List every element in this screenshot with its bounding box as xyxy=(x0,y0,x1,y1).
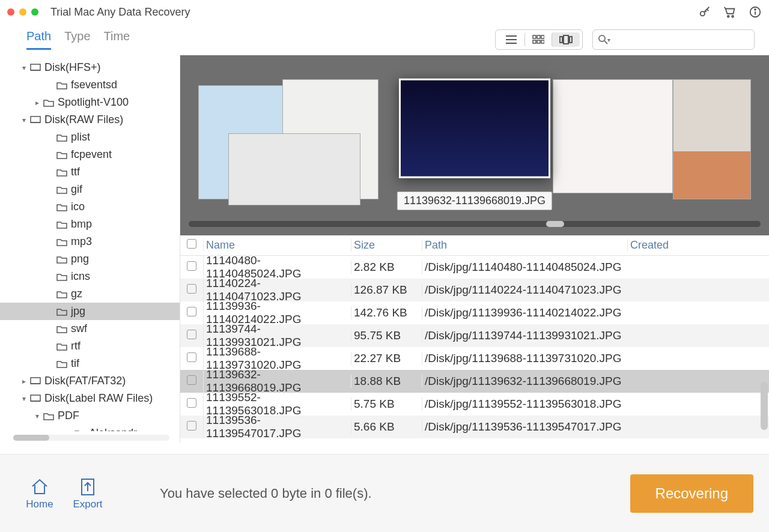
cell-path: /Disk/jpg/11140224-11140471023.JPG xyxy=(422,283,627,297)
minimize-window[interactable] xyxy=(19,8,26,16)
select-all-checkbox[interactable] xyxy=(187,239,196,249)
export-button[interactable]: Export xyxy=(64,477,112,510)
coverflow-current[interactable] xyxy=(399,79,550,178)
tree-label: plist xyxy=(71,131,90,144)
home-button[interactable]: Home xyxy=(16,477,64,510)
key-icon[interactable] xyxy=(698,5,711,19)
cell-path: /Disk/jpg/11139536-11139547017.JPG xyxy=(422,420,627,434)
tree-label: gz xyxy=(71,288,82,300)
row-checkbox[interactable] xyxy=(187,261,196,271)
table-row[interactable]: 11139632-11139668019.JPG18.88 KB/Disk/jp… xyxy=(180,370,769,393)
table-row[interactable]: 11139744-11139931021.JPG95.75 KB/Disk/jp… xyxy=(180,324,769,347)
recover-button[interactable]: Recovering xyxy=(630,474,753,513)
tree-fseventsd[interactable]: fseventsd xyxy=(0,76,180,94)
cell-size: 2.82 KB xyxy=(351,261,422,274)
coverflow-filename: 11139632-11139668019.JPG xyxy=(397,192,552,210)
tree-fcpevent[interactable]: fcpevent xyxy=(0,146,180,163)
tree-mp3[interactable]: mp3 xyxy=(0,233,180,250)
table-row[interactable]: 11140480-11140485024.JPG2.82 KB/Disk/jpg… xyxy=(180,256,769,279)
tree-label: fcpevent xyxy=(71,148,112,161)
tree-tif[interactable]: tif xyxy=(0,355,180,372)
svg-rect-22 xyxy=(31,116,40,122)
row-checkbox[interactable] xyxy=(187,375,196,385)
column-size[interactable]: Size xyxy=(351,239,422,252)
row-checkbox[interactable] xyxy=(187,307,196,316)
tree-ttf[interactable]: ttf xyxy=(0,163,180,181)
cart-icon[interactable] xyxy=(723,5,737,19)
tree-gif[interactable]: gif xyxy=(0,181,180,198)
cell-path: /Disk/jpg/11140480-11140485024.JPG xyxy=(422,261,627,274)
table-row[interactable]: 11139552-11139563018.JPG5.75 KB/Disk/jpg… xyxy=(180,393,769,416)
coverflow-preview: 11139632-11139668019.JPG xyxy=(180,55,769,235)
app-title: Trial Mac Any Data Recovery xyxy=(50,6,698,19)
svg-rect-10 xyxy=(537,35,540,38)
table-row[interactable]: 11139536-11139547017.JPG5.66 KB/Disk/jpg… xyxy=(180,416,769,438)
coverflow-scrollbar[interactable] xyxy=(189,221,761,227)
tree-icns[interactable]: icns xyxy=(0,268,180,285)
tree-disk-fat[interactable]: ▸Disk(FAT/FAT32) xyxy=(0,372,180,390)
close-window[interactable] xyxy=(7,8,14,16)
tree-label: jpg xyxy=(71,305,85,318)
tree-jpg[interactable]: jpg xyxy=(0,303,180,320)
cell-path: /Disk/jpg/11139936-11140214022.JPG xyxy=(422,306,627,319)
row-checkbox[interactable] xyxy=(187,421,196,431)
tree-pdf[interactable]: ▾PDF xyxy=(0,407,180,425)
tree-rtf[interactable]: rtf xyxy=(0,337,180,355)
table-row[interactable]: 11140224-11140471023.JPG126.87 KB/Disk/j… xyxy=(180,279,769,301)
tree-plist[interactable]: plist xyxy=(0,128,180,146)
view-toolbar: Path Type Time ▾ xyxy=(0,24,769,55)
row-checkbox[interactable] xyxy=(187,398,196,408)
tree-gz[interactable]: gz xyxy=(0,285,180,303)
file-table-body: 11140480-11140485024.JPG2.82 KB/Disk/jpg… xyxy=(180,256,769,438)
tree-label: ttf xyxy=(71,166,80,178)
tree-swf[interactable]: swf xyxy=(0,320,180,337)
tree-disk-hfs[interactable]: ▾ Disk(HFS+) xyxy=(0,59,180,76)
tree-disk-raw[interactable]: ▾ Disk(RAW Files) xyxy=(0,111,180,128)
coverflow-thumb[interactable] xyxy=(228,133,360,205)
cell-size: 126.87 KB xyxy=(351,283,422,297)
column-name[interactable]: Name xyxy=(203,239,351,252)
svg-rect-13 xyxy=(537,40,540,43)
tab-type[interactable]: Type xyxy=(64,29,90,50)
sidebar-scrollbar[interactable] xyxy=(13,435,169,441)
tree-label: mp3 xyxy=(71,235,92,248)
tab-path[interactable]: Path xyxy=(26,29,51,50)
tree-png[interactable]: png xyxy=(0,250,180,268)
tree-spotlight[interactable]: ▸ Spotlight-V100 xyxy=(0,94,180,111)
export-label: Export xyxy=(73,498,102,510)
list-view-icon[interactable] xyxy=(498,32,524,47)
grid-view-icon[interactable] xyxy=(524,32,552,47)
cell-path: /Disk/jpg/11139744-11139931021.JPG xyxy=(422,329,627,342)
table-row[interactable]: 11139688-11139731020.JPG22.27 KB/Disk/jp… xyxy=(180,347,769,370)
tree-aleksandr[interactable]: Aleksandr xyxy=(0,425,180,431)
tree-ico[interactable]: ico xyxy=(0,198,180,216)
coverflow-view-icon[interactable] xyxy=(552,32,580,47)
coverflow-thumb[interactable] xyxy=(553,79,673,193)
search-input[interactable]: ▾ xyxy=(592,29,755,50)
tree-label: Spotlight-V100 xyxy=(58,96,129,109)
column-path[interactable]: Path xyxy=(422,239,627,252)
table-row[interactable]: 11139936-11140214022.JPG142.76 KB/Disk/j… xyxy=(180,301,769,324)
zoom-window[interactable] xyxy=(31,8,38,16)
column-created[interactable]: Created xyxy=(627,239,769,252)
tree-label: Disk(HFS+) xyxy=(44,61,101,74)
row-checkbox[interactable] xyxy=(187,352,196,362)
info-icon[interactable] xyxy=(749,5,762,19)
table-scrollbar[interactable] xyxy=(761,382,768,430)
tree-label: tif xyxy=(71,357,79,370)
category-tabs: Path Type Time xyxy=(26,29,130,50)
tree-bmp[interactable]: bmp xyxy=(0,216,180,233)
tree-label: gif xyxy=(71,183,82,196)
cell-size: 22.27 KB xyxy=(351,352,422,365)
cell-size: 18.88 KB xyxy=(351,375,422,388)
coverflow-thumb[interactable] xyxy=(673,79,751,199)
cell-size: 5.75 KB xyxy=(351,397,422,411)
row-checkbox[interactable] xyxy=(187,330,196,339)
title-bar: Trial Mac Any Data Recovery xyxy=(0,0,769,24)
tree-disk-label-raw[interactable]: ▾Disk(Label RAW Files) xyxy=(0,390,180,407)
tab-time[interactable]: Time xyxy=(104,29,130,50)
svg-rect-14 xyxy=(541,40,544,43)
selection-status: You have selected 0 byte in 0 file(s). xyxy=(160,486,372,501)
row-checkbox[interactable] xyxy=(187,284,196,294)
footer-bar: Home Export You have selected 0 byte in … xyxy=(0,454,769,532)
